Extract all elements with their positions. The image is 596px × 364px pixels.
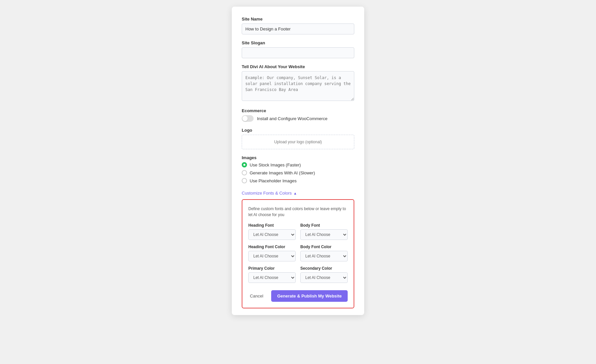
logo-label: Logo [242,128,354,133]
cancel-button[interactable]: Cancel [246,291,267,301]
color-row: Primary Color Let AI Choose Secondary Co… [248,266,348,283]
images-radio-group: Use Stock Images (Faster) Generate Image… [242,162,354,183]
tell-divi-label: Tell Divi AI About Your Website [242,64,354,69]
site-slogan-input[interactable] [242,47,354,58]
customize-arrow-icon: ▲ [293,191,297,195]
site-slogan-label: Site Slogan [242,40,354,45]
site-name-group: Site Name [242,17,354,34]
tell-divi-textarea[interactable] [242,71,354,101]
images-group: Images Use Stock Images (Faster) Generat… [242,155,354,183]
customize-fonts-text: Customize Fonts & Colors [242,191,292,196]
radio-ai[interactable] [242,170,247,175]
modal-form: Site Name Site Slogan Tell Divi AI About… [232,7,364,315]
primary-color-label: Primary Color [248,266,296,271]
tell-divi-group: Tell Divi AI About Your Website [242,64,354,102]
primary-color-group: Primary Color Let AI Choose [248,266,296,283]
radio-placeholder-label: Use Placeholder Images [250,178,297,183]
images-option-placeholder[interactable]: Use Placeholder Images [242,178,354,183]
radio-stock[interactable] [242,162,247,167]
heading-font-color-label: Heading Font Color [248,245,296,249]
ecommerce-toggle-label: Install and Configure WooCommerce [257,116,327,121]
heading-font-color-group: Heading Font Color Let AI Choose [248,245,296,261]
generate-button[interactable]: Generate & Publish My Website [271,290,348,302]
ecommerce-toggle-row: Install and Configure WooCommerce [242,115,354,122]
heading-font-color-select[interactable]: Let AI Choose [248,251,296,261]
secondary-color-label: Secondary Color [300,266,348,271]
radio-ai-label: Generate Images With AI (Slower) [250,170,315,175]
body-font-color-group: Body Font Color Let AI Choose [300,245,348,261]
heading-font-label: Heading Font [248,223,296,228]
secondary-color-select[interactable]: Let AI Choose [300,272,348,283]
logo-group: Logo Upload your logo (optional) [242,128,354,149]
secondary-color-group: Secondary Color Let AI Choose [300,266,348,283]
logo-upload-text: Upload your logo (optional) [274,140,322,144]
images-label: Images [242,155,354,160]
customize-fonts-link[interactable]: Customize Fonts & Colors ▲ [242,191,297,196]
customize-section: Define custom fonts and colors below or … [242,199,354,308]
site-name-input[interactable] [242,23,354,34]
radio-placeholder[interactable] [242,178,247,183]
images-option-stock[interactable]: Use Stock Images (Faster) [242,162,354,167]
ecommerce-toggle[interactable] [242,115,254,122]
logo-upload-area[interactable]: Upload your logo (optional) [242,135,354,149]
heading-font-group: Heading Font Let AI Choose [248,223,296,240]
body-font-select[interactable]: Let AI Choose [300,229,348,240]
customize-description: Define custom fonts and colors below or … [248,206,348,218]
body-font-group: Body Font Let AI Choose [300,223,348,240]
heading-font-select[interactable]: Let AI Choose [248,229,296,240]
body-font-color-select[interactable]: Let AI Choose [300,251,348,261]
font-row: Heading Font Let AI Choose Body Font Let… [248,223,348,240]
body-font-label: Body Font [300,223,348,228]
radio-stock-label: Use Stock Images (Faster) [250,162,301,167]
body-font-color-label: Body Font Color [300,245,348,249]
font-color-row: Heading Font Color Let AI Choose Body Fo… [248,245,348,261]
images-option-ai[interactable]: Generate Images With AI (Slower) [242,170,354,175]
ecommerce-label: Ecommerce [242,108,354,113]
primary-color-select[interactable]: Let AI Choose [248,272,296,283]
ecommerce-group: Ecommerce Install and Configure WooComme… [242,108,354,122]
site-name-label: Site Name [242,17,354,22]
button-row: Cancel Generate & Publish My Website [248,289,348,302]
site-slogan-group: Site Slogan [242,40,354,58]
